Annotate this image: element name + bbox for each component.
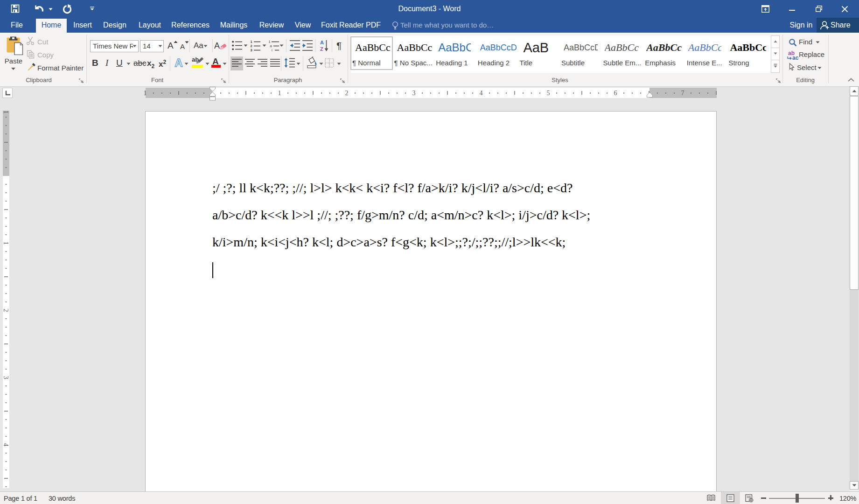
svg-text:A: A bbox=[175, 57, 182, 69]
svg-text:Z: Z bbox=[320, 46, 323, 52]
svg-text:2: 2 bbox=[345, 90, 349, 97]
svg-text:4: 4 bbox=[3, 443, 9, 447]
svg-text:1: 1 bbox=[3, 242, 9, 245]
svg-text:3: 3 bbox=[412, 90, 416, 97]
svg-text:1: 1 bbox=[278, 90, 281, 97]
svg-text:1: 1 bbox=[269, 40, 271, 44]
svg-text:1: 1 bbox=[3, 111, 9, 114]
svg-text:3: 3 bbox=[3, 376, 9, 379]
svg-text:i: i bbox=[272, 48, 272, 52]
svg-text:1: 1 bbox=[251, 40, 252, 44]
svg-text:1: 1 bbox=[144, 90, 147, 97]
svg-text:5: 5 bbox=[547, 90, 550, 97]
svg-text:2: 2 bbox=[251, 44, 252, 48]
svg-text:A: A bbox=[320, 40, 324, 45]
svg-text:7: 7 bbox=[681, 90, 684, 97]
svg-text:3: 3 bbox=[251, 48, 252, 52]
svg-text:4: 4 bbox=[480, 90, 483, 97]
svg-text:a: a bbox=[270, 44, 272, 48]
svg-text:6: 6 bbox=[614, 90, 617, 97]
svg-text:2: 2 bbox=[3, 309, 9, 312]
